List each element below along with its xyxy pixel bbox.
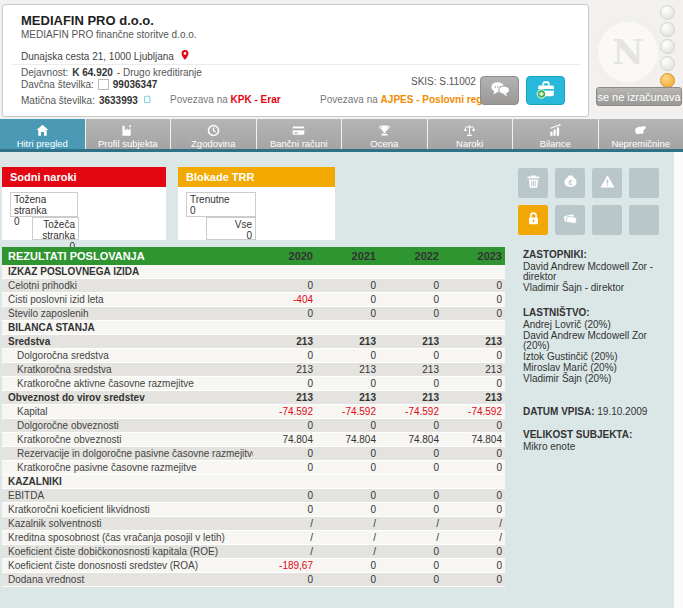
row-value: 213 bbox=[379, 392, 442, 403]
empty-action-button[interactable] bbox=[629, 168, 659, 198]
representative-item: David Andrew Mcdowell Zor - direktor bbox=[523, 262, 675, 283]
header-divider bbox=[11, 64, 581, 65]
tab-label: Hitri pregled bbox=[17, 139, 68, 149]
row-value: 0 bbox=[253, 350, 316, 361]
rating-badge: N bbox=[592, 16, 664, 88]
briefcase-plus-icon bbox=[535, 78, 557, 104]
row-label: Čisti poslovni izid leta bbox=[2, 294, 253, 305]
empty-action-button[interactable] bbox=[629, 205, 659, 235]
history-icon bbox=[206, 123, 221, 139]
row-label: Število zaposlenih bbox=[2, 308, 253, 319]
row-label: EBITDA bbox=[2, 490, 253, 501]
kpk-link-row: Povezava na KPK - Erar bbox=[170, 94, 281, 105]
rating-scale bbox=[660, 5, 675, 88]
location-pin-icon[interactable] bbox=[179, 48, 191, 64]
row-value: 0 bbox=[379, 308, 442, 319]
row-value: 0 bbox=[316, 280, 379, 291]
row-value: 0 bbox=[379, 574, 442, 585]
row-label: BILANCA STANJA bbox=[2, 322, 505, 333]
tax-number: 99036347 bbox=[113, 79, 158, 90]
row-value: 0 bbox=[442, 420, 505, 431]
row-label: Kapital bbox=[2, 406, 253, 417]
tab-label: Zgodovina bbox=[191, 139, 235, 149]
comments-button[interactable] bbox=[480, 76, 519, 105]
skis-code: SKIS: S.11002 bbox=[411, 76, 476, 87]
row-value: 0 bbox=[253, 420, 316, 431]
tab-label: Naroki bbox=[456, 139, 483, 149]
empty-action-button[interactable] bbox=[592, 205, 622, 235]
warning-icon bbox=[599, 173, 616, 194]
entity-size-value: Mikro enote bbox=[523, 442, 675, 453]
tax-checkbox[interactable] bbox=[98, 79, 109, 90]
trash-button[interactable] bbox=[518, 168, 548, 198]
row-label: IZKAZ POSLOVNEGA IZIDA bbox=[2, 266, 505, 277]
rating-dot-active bbox=[660, 73, 675, 88]
results-table-title: REZULTATI POSLOVANJA bbox=[2, 250, 253, 262]
row-value: 0 bbox=[442, 378, 505, 389]
lock-button[interactable] bbox=[518, 205, 548, 235]
year-column: 2021 bbox=[316, 250, 379, 262]
tab-underline bbox=[0, 149, 683, 152]
current-blocks-field: Trenutne 0 bbox=[186, 192, 256, 217]
activity-row: Dejavnost: K 64.920 - Drugo kreditiranje bbox=[21, 67, 202, 78]
tab-label: Ocena bbox=[370, 139, 398, 149]
copy-icon[interactable] bbox=[142, 93, 152, 107]
row-value: 0 bbox=[442, 462, 505, 473]
results-table: REZULTATI POSLOVANJA 2020 2021 2022 2023… bbox=[2, 247, 505, 587]
row-value: / bbox=[442, 518, 505, 529]
action-button-grid: € bbox=[518, 168, 673, 235]
table-section-row: KAZALNIKI bbox=[2, 475, 505, 489]
moneybag-button[interactable]: € bbox=[555, 168, 585, 198]
row-value: 0 bbox=[316, 462, 379, 473]
company-info-sidebar: ZASTOPNIKI: David Andrew Mcdowell Zor - … bbox=[523, 250, 675, 453]
row-value: 74.804 bbox=[442, 434, 505, 445]
tab-nepremi-nine[interactable]: Nepremičnine bbox=[599, 119, 683, 152]
table-row: Sredstva213213213213 bbox=[2, 335, 505, 349]
scales-icon bbox=[462, 123, 477, 139]
row-value: 213 bbox=[442, 392, 505, 403]
row-value: / bbox=[379, 532, 442, 543]
row-value: / bbox=[379, 518, 442, 529]
app-page: MEDIAFIN PRO d.o.o. MEDIAFIN PRO finančn… bbox=[0, 0, 683, 608]
banknotes-button[interactable] bbox=[555, 205, 585, 235]
row-value: 0 bbox=[379, 462, 442, 473]
tab-hitri-pregled[interactable]: Hitri pregled bbox=[0, 119, 85, 152]
row-value: 0 bbox=[379, 280, 442, 291]
add-case-button[interactable] bbox=[526, 76, 565, 105]
row-value: 0 bbox=[442, 350, 505, 361]
row-value: / bbox=[253, 546, 316, 557]
lock-icon bbox=[525, 210, 542, 231]
warning-button[interactable] bbox=[592, 168, 622, 198]
tab-bilance[interactable]: Bilance bbox=[513, 119, 598, 152]
owner-item: Iztok Gustinčič (20%) bbox=[523, 352, 675, 363]
row-value: -189,67 bbox=[253, 560, 316, 571]
row-value: 0 bbox=[442, 308, 505, 319]
registration-date-row: DATUM VPISA: 19.10.2009 bbox=[523, 407, 675, 418]
row-value: 0 bbox=[316, 350, 379, 361]
ajpes-link-row: Povezava na AJPES - Poslovni register bbox=[320, 94, 503, 105]
registration-number-row: Matična številka: 3633993 bbox=[21, 93, 152, 107]
row-value: 213 bbox=[442, 336, 505, 347]
representative-item: Vladimir Šajn - direktor bbox=[523, 283, 675, 294]
table-row: Kratkoročni koeficient likvidnosti0000 bbox=[2, 503, 505, 517]
tab-ocena[interactable]: Ocena bbox=[342, 119, 427, 152]
row-label: Celotni prihodki bbox=[2, 280, 253, 291]
tab-ban-ni-ra-uni[interactable]: Bančni računi bbox=[257, 119, 342, 152]
row-value: 0 bbox=[316, 448, 379, 459]
year-column: 2020 bbox=[253, 250, 316, 262]
row-value: 0 bbox=[379, 350, 442, 361]
tab-zgodovina[interactable]: Zgodovina bbox=[171, 119, 256, 152]
row-value: -74.592 bbox=[379, 406, 442, 417]
row-value: 0 bbox=[253, 490, 316, 501]
row-value: 0 bbox=[379, 490, 442, 501]
table-row: Kratkoročna sredstva213213213213 bbox=[2, 363, 505, 377]
tab-profil-subjekta[interactable]: Profil subjekta bbox=[86, 119, 171, 152]
row-value: 0 bbox=[442, 546, 505, 557]
kpk-erar-link[interactable]: KPK - Erar bbox=[231, 94, 281, 105]
tab-naroki[interactable]: Naroki bbox=[428, 119, 513, 152]
owner-item: Miroslav Marič (20%) bbox=[523, 363, 675, 374]
court-hearings-title: Sodni naroki bbox=[2, 167, 166, 187]
year-column: 2023 bbox=[442, 250, 505, 262]
row-value: 0 bbox=[379, 546, 442, 557]
rating-dot bbox=[660, 56, 675, 71]
